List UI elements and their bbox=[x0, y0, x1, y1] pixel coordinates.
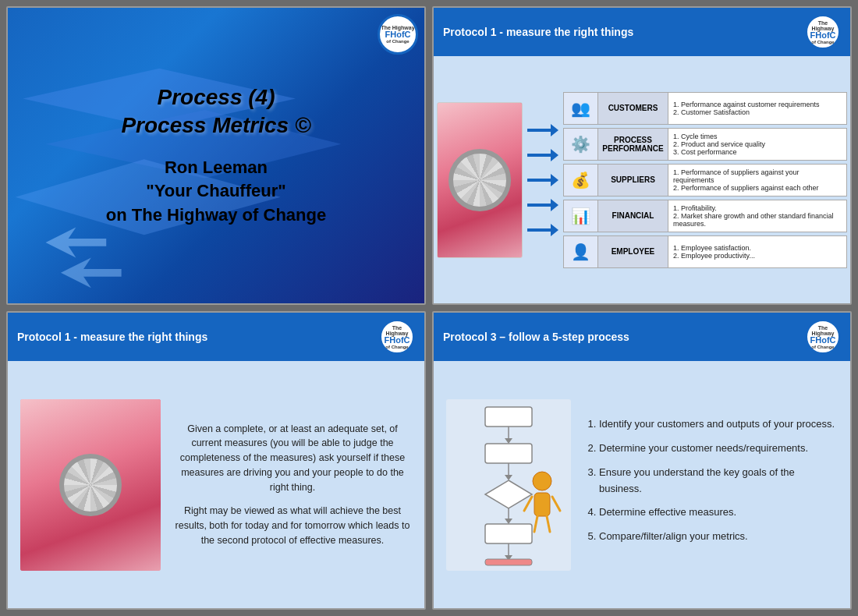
tape-image bbox=[437, 102, 523, 258]
metric-label-3: FINANCIAL bbox=[598, 200, 668, 232]
metric-row-3: 📊FINANCIAL1. Profitability. 2. Market sh… bbox=[563, 200, 847, 232]
logo-badge-3: The Highway FHofC of Change bbox=[379, 319, 415, 355]
logo-main-1: FHofC bbox=[385, 30, 411, 39]
svg-point-18 bbox=[533, 472, 551, 490]
metric-desc-4: 1. Employee satisfaction. 2. Employee pr… bbox=[668, 236, 846, 267]
tape-circle bbox=[448, 149, 511, 211]
slide-1-inner: Process (4) Process Metrics © Ron Leeman… bbox=[8, 8, 424, 303]
metric-row-0: 👥CUSTOMERS1. Performance against custome… bbox=[563, 92, 847, 125]
step-3: Ensure you understand the key goals of t… bbox=[599, 465, 838, 497]
svg-marker-10 bbox=[505, 475, 512, 480]
slide-4-image bbox=[446, 399, 571, 571]
svg-rect-17 bbox=[485, 559, 532, 565]
svg-rect-19 bbox=[534, 493, 550, 516]
metric-row-2: 💰SUPPLIERS1. Performance of suppliers ag… bbox=[563, 164, 847, 196]
slide-1-subtitle: Ron Leeman "Your Chauffeur" on The Highw… bbox=[106, 156, 326, 228]
slide-2-body: 👥CUSTOMERS1. Performance against custome… bbox=[434, 56, 850, 303]
arrow-2 bbox=[527, 149, 558, 161]
slide-3-image bbox=[20, 399, 161, 571]
tape-circle-2 bbox=[59, 454, 122, 516]
metric-desc-1: 1. Cycle times 2. Product and service qu… bbox=[668, 129, 846, 160]
slide-3-text: Given a complete, or at least an adequat… bbox=[173, 422, 412, 548]
arrows-column bbox=[527, 124, 558, 236]
logo-bottom-2: of Change bbox=[811, 40, 834, 44]
metric-label-0: CUSTOMERS bbox=[598, 93, 668, 124]
metric-icon-2: 💰 bbox=[564, 165, 598, 196]
logo-badge-2: The Highway FHofC of Change bbox=[805, 14, 841, 50]
metric-icon-0: 👥 bbox=[564, 93, 598, 124]
svg-rect-14 bbox=[485, 524, 532, 543]
metric-desc-0: 1. Performance against customer requirem… bbox=[668, 93, 846, 124]
slide-2: Protocol 1 - measure the right things Th… bbox=[432, 6, 852, 305]
slide-2-title: Protocol 1 - measure the right things bbox=[443, 26, 633, 38]
svg-marker-13 bbox=[505, 519, 512, 524]
metric-desc-2: 1. Performance of suppliers against your… bbox=[668, 165, 846, 196]
logo-top-2: The Highway bbox=[807, 20, 838, 31]
metric-icon-1: ⚙️ bbox=[564, 129, 598, 160]
slide-4-title: Protocol 3 – follow a 5-step process bbox=[443, 331, 629, 343]
metric-row-4: 👤EMPLOYEE1. Employee satisfaction. 2. Em… bbox=[563, 235, 847, 268]
metrics-table: 👥CUSTOMERS1. Performance against custome… bbox=[563, 92, 847, 268]
svg-marker-7 bbox=[505, 438, 512, 444]
step-1: Identify your customers and outputs of y… bbox=[599, 416, 838, 433]
svg-line-22 bbox=[534, 516, 537, 532]
slide-3: Protocol 1 - measure the right things Th… bbox=[6, 311, 426, 610]
logo-badge-1: The Highway FHofC of Change bbox=[378, 14, 418, 55]
arrow-1 bbox=[527, 124, 558, 136]
flowchart-svg bbox=[450, 403, 567, 567]
svg-marker-3 bbox=[46, 228, 107, 258]
svg-marker-4 bbox=[61, 257, 122, 288]
arrow-4 bbox=[527, 199, 558, 211]
metric-label-2: SUPPLIERS bbox=[598, 165, 668, 196]
metric-label-1: PROCESS PERFORMANCE bbox=[598, 129, 668, 160]
metric-row-1: ⚙️PROCESS PERFORMANCE1. Cycle times 2. P… bbox=[563, 128, 847, 161]
slide-3-header: Protocol 1 - measure the right things Th… bbox=[8, 313, 424, 361]
slide-4-body: Identify your customers and outputs of y… bbox=[434, 361, 850, 608]
metric-label-4: EMPLOYEE bbox=[598, 236, 668, 267]
slide-2-header: Protocol 1 - measure the right things Th… bbox=[434, 8, 850, 56]
metric-desc-3: 1. Profitability. 2. Market share growth… bbox=[668, 200, 846, 232]
logo-badge-4: The Highway FHofC of Change bbox=[805, 319, 841, 355]
step-5: Compare/filter/align your metrics. bbox=[599, 529, 838, 545]
slide-1-content: Process (4) Process Metrics © Ron Leeman… bbox=[106, 83, 326, 228]
logo-bottom-1: of Change bbox=[386, 39, 409, 44]
svg-marker-11 bbox=[485, 480, 532, 508]
logo-main-2: FHofC bbox=[810, 31, 836, 40]
slide-1-title: Process (4) Process Metrics © bbox=[106, 83, 326, 140]
slide-3-para2: Right may be viewed as what will achieve… bbox=[173, 504, 412, 547]
slide-3-body: Given a complete, or at least an adequat… bbox=[8, 361, 424, 608]
slide-4: Protocol 3 – follow a 5-step process The… bbox=[432, 311, 852, 610]
slide-4-header: Protocol 3 – follow a 5-step process The… bbox=[434, 313, 850, 361]
step-4: Determine effective measures. bbox=[599, 504, 838, 521]
svg-rect-8 bbox=[485, 444, 532, 463]
svg-rect-5 bbox=[485, 407, 532, 427]
slide-4-list: Identify your customers and outputs of y… bbox=[583, 416, 838, 553]
svg-line-23 bbox=[547, 516, 550, 532]
metric-icon-3: 📊 bbox=[564, 200, 598, 232]
metric-icon-4: 👤 bbox=[564, 236, 598, 267]
arrow-5 bbox=[527, 224, 558, 236]
slide-3-para1: Given a complete, or at least an adequat… bbox=[173, 422, 412, 495]
svg-line-21 bbox=[552, 497, 560, 511]
slide-3-title: Protocol 1 - measure the right things bbox=[17, 331, 207, 343]
step-2: Determine your customer needs/requiremen… bbox=[599, 441, 838, 457]
arrow-3 bbox=[527, 174, 558, 186]
slide-1: The Highway FHofC of Change Process (4) … bbox=[6, 6, 426, 305]
